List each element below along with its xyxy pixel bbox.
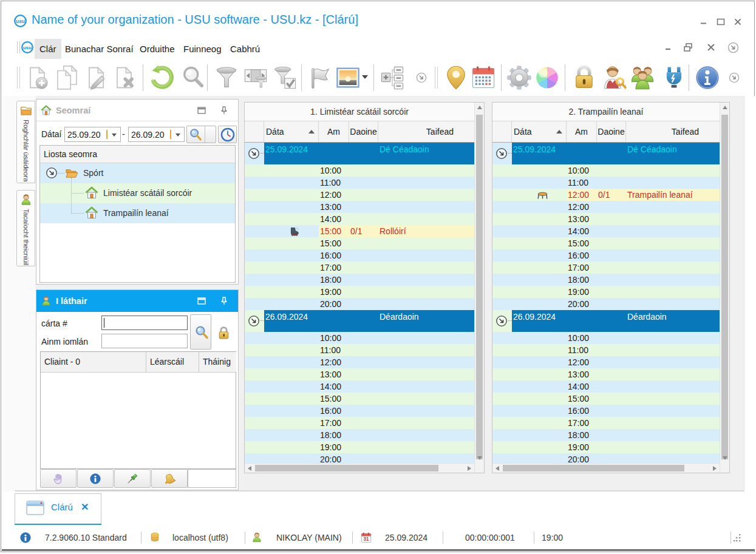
- scroll-down-icon[interactable]: [477, 456, 482, 460]
- scroll-left-icon[interactable]: [248, 466, 251, 471]
- group-row[interactable]: 26.09.2024Déardaoin: [492, 310, 720, 332]
- search-split-button[interactable]: [186, 126, 216, 143]
- more-options-icon[interactable]: [416, 72, 427, 83]
- time-row[interactable]: 13:00: [245, 201, 474, 213]
- time-row[interactable]: 19:00: [245, 441, 474, 453]
- scroll-down-icon[interactable]: [723, 456, 727, 460]
- time-row[interactable]: 18:00: [492, 274, 720, 286]
- arrived-col-header[interactable]: Tháinig: [199, 352, 236, 373]
- date-from-combo[interactable]: 25.09.20: [64, 127, 121, 142]
- present-maximize-icon[interactable]: [197, 297, 206, 305]
- rooms-panel-header[interactable]: Seomraí: [36, 100, 238, 121]
- sidebar-tab-2[interactable]: Tacaíocht theicniúil: [16, 190, 35, 266]
- sort-ascending-icon[interactable]: [556, 130, 562, 133]
- time-row[interactable]: 16:00: [492, 405, 720, 417]
- time-col-header[interactable]: Am: [567, 121, 597, 142]
- time-row[interactable]: 10:00: [245, 332, 474, 344]
- date-col-header[interactable]: Dáta: [512, 121, 567, 142]
- group-row[interactable]: 25.09.2024Dé Céadaoin: [492, 143, 720, 164]
- time-row[interactable]: 17:00: [245, 262, 474, 274]
- mdi-restore-button[interactable]: [683, 42, 693, 53]
- group-expand-icon[interactable]: [248, 315, 260, 327]
- toolbar-grip[interactable]: [17, 67, 20, 89]
- fullname-input[interactable]: [101, 334, 188, 348]
- pin-button[interactable]: [114, 469, 151, 488]
- map-col-header[interactable]: Léarscáil: [146, 352, 199, 373]
- bell-button[interactable]: [151, 469, 188, 488]
- delete-record-icon[interactable]: [111, 64, 137, 91]
- user-group-icon[interactable]: [629, 64, 656, 91]
- copy-record-icon[interactable]: [53, 64, 80, 91]
- time-row[interactable]: 19:00: [492, 286, 720, 298]
- record-col-header[interactable]: Taifead: [626, 121, 720, 142]
- mdi-minimize-button[interactable]: [663, 42, 674, 53]
- menu-item-5[interactable]: Cabhrú: [225, 39, 265, 59]
- quick-input[interactable]: [188, 469, 236, 488]
- vertical-scrollbar[interactable]: [474, 103, 484, 473]
- tree-row-1[interactable]: Spórt: [40, 163, 235, 183]
- plugin-icon[interactable]: [661, 64, 687, 91]
- tree-row-2[interactable]: Limistéar scátáil sorcóir: [40, 183, 235, 203]
- time-row[interactable]: 13:00: [245, 368, 474, 380]
- toolbar-grip[interactable]: [435, 67, 438, 89]
- time-row[interactable]: 17:00: [492, 417, 720, 429]
- booked-row[interactable]: 12:000/1Trampailín leanaí: [492, 189, 720, 201]
- booked-row[interactable]: 15:000/1Rollóirí: [245, 225, 474, 237]
- time-row[interactable]: 10:00: [492, 164, 720, 177]
- tab-close-icon[interactable]: ✕: [81, 501, 89, 513]
- present-panel-header[interactable]: I láthair: [36, 290, 238, 312]
- rooms-maximize-icon[interactable]: [197, 107, 206, 114]
- time-row[interactable]: 17:00: [245, 417, 474, 429]
- sidebar-tab-1[interactable]: Roghchlár úsáideora: [16, 101, 35, 183]
- lock-icon[interactable]: [217, 326, 231, 340]
- time-row[interactable]: 10:00: [492, 332, 720, 344]
- calendar-icon[interactable]: [470, 64, 497, 91]
- vertical-scrollbar[interactable]: [720, 103, 729, 473]
- group-row[interactable]: 26.09.2024Déardaoin: [245, 310, 474, 332]
- resize-grip[interactable]: [734, 534, 741, 542]
- time-row[interactable]: 20:00: [492, 453, 720, 463]
- time-row[interactable]: 12:00: [245, 356, 474, 368]
- time-row[interactable]: 11:00: [492, 344, 720, 356]
- settings-gear-icon[interactable]: [506, 64, 533, 91]
- time-row[interactable]: 20:00: [245, 298, 474, 310]
- time-row[interactable]: 19:00: [492, 441, 720, 453]
- time-row[interactable]: 13:00: [492, 368, 720, 380]
- user-key-icon[interactable]: [601, 64, 627, 91]
- detail-list-icon[interactable]: [379, 64, 406, 91]
- edit-record-icon[interactable]: [83, 64, 109, 91]
- minimize-button[interactable]: [698, 16, 710, 28]
- vertical-scroll-thumb[interactable]: [721, 115, 728, 459]
- info-icon[interactable]: [694, 64, 721, 91]
- time-row[interactable]: 11:00: [492, 177, 720, 189]
- time-row[interactable]: 16:00: [245, 405, 474, 417]
- time-row[interactable]: 19:00: [245, 286, 474, 298]
- more-options-icon[interactable]: [729, 72, 740, 83]
- scroll-left-icon[interactable]: [495, 466, 499, 471]
- time-row[interactable]: 15:00: [245, 393, 474, 405]
- tab-claru[interactable]: Clárú ✕: [15, 493, 101, 524]
- group-row[interactable]: 25.09.2024Dé Céadaoin: [245, 143, 474, 164]
- new-record-icon[interactable]: [24, 64, 50, 91]
- card-input[interactable]: [101, 316, 188, 330]
- group-expand-icon[interactable]: [495, 315, 508, 327]
- clients-col-header[interactable]: Cliaint - 0: [41, 352, 146, 373]
- hand-button[interactable]: [40, 469, 77, 488]
- group-expand-icon[interactable]: [495, 147, 508, 160]
- maximize-button[interactable]: [715, 16, 727, 28]
- tree-row-3[interactable]: Trampailín leanaí: [40, 203, 235, 223]
- time-row[interactable]: 14:00: [492, 380, 720, 393]
- scroll-right-icon[interactable]: [468, 466, 471, 471]
- client-search-button[interactable]: [190, 314, 211, 350]
- menu-grip[interactable]: [17, 41, 20, 53]
- horizontal-scroll-thumb[interactable]: [503, 465, 684, 471]
- lock-icon[interactable]: [571, 64, 598, 91]
- color-wheel-icon[interactable]: [534, 64, 560, 91]
- refresh-icon[interactable]: [149, 64, 175, 91]
- time-row[interactable]: 14:00: [245, 380, 474, 393]
- close-button[interactable]: [732, 16, 744, 28]
- time-row[interactable]: 12:00: [492, 356, 720, 368]
- filter-check-icon[interactable]: [271, 64, 298, 91]
- horizontal-scrollbar[interactable]: [492, 463, 720, 473]
- scroll-up-icon[interactable]: [723, 106, 727, 109]
